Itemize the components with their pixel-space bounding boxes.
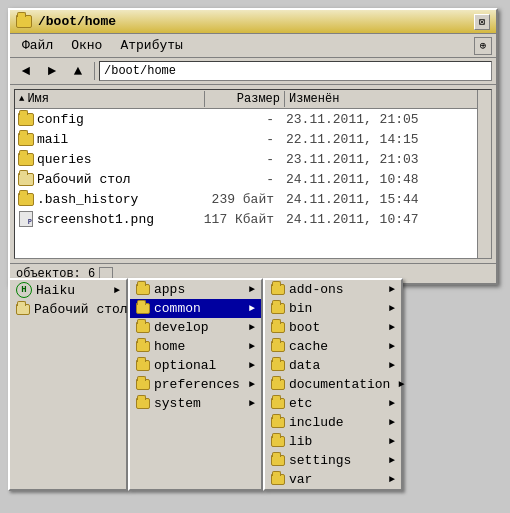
menus-container: H Haiku ► Рабочий стол ► apps ► common ►… xyxy=(8,278,403,491)
menu-item[interactable]: settings ► xyxy=(265,451,401,470)
submenu-arrow: ► xyxy=(249,398,255,409)
folder-icon xyxy=(136,303,150,314)
menu-item-left: optional xyxy=(136,358,216,373)
menu-item[interactable]: lib ► xyxy=(265,432,401,451)
folder-icon xyxy=(136,322,150,333)
menu2-items: apps ► common ► develop ► home ► optiona… xyxy=(130,280,261,413)
window-title: /boot/home xyxy=(38,14,474,29)
menu-item[interactable]: develop ► xyxy=(130,318,261,337)
table-row[interactable]: queries - 23.11.2011, 21:03 xyxy=(15,149,491,169)
menu-item[interactable]: add-ons ► xyxy=(265,280,401,299)
menu-label: common xyxy=(154,301,201,316)
menu-label: documentation xyxy=(289,377,390,392)
menu-file[interactable]: Файл xyxy=(14,36,61,55)
menu-item[interactable]: etc ► xyxy=(265,394,401,413)
submenu-arrow: ► xyxy=(389,398,395,409)
forward-button[interactable]: ► xyxy=(40,60,64,82)
submenu-arrow: ► xyxy=(389,417,395,428)
file-name: screenshot1.png xyxy=(37,212,202,227)
menu-label: home xyxy=(154,339,185,354)
menu-label: add-ons xyxy=(289,282,344,297)
file-date: 23.11.2011, 21:05 xyxy=(282,112,491,127)
menu-item-left: boot xyxy=(271,320,320,335)
menu-item[interactable]: include ► xyxy=(265,413,401,432)
scrollbar[interactable] xyxy=(477,90,491,258)
file-size: - xyxy=(202,112,282,127)
menu-item-left: preferences xyxy=(136,377,240,392)
submenu-arrow: ► xyxy=(389,455,395,466)
folder-icon xyxy=(271,379,285,390)
menu-item[interactable]: optional ► xyxy=(130,356,261,375)
menu-label: var xyxy=(289,472,312,487)
file-size: - xyxy=(202,132,282,147)
menu-window[interactable]: Окно xyxy=(63,36,110,55)
table-row[interactable]: .bash_history 239 байт 24.11.2011, 15:44 xyxy=(15,189,491,209)
menu-item[interactable]: boot ► xyxy=(265,318,401,337)
column-date[interactable]: Изменён xyxy=(285,91,491,107)
menu-item[interactable]: common ► xyxy=(130,299,261,318)
folder-icon xyxy=(136,379,150,390)
menu-item[interactable]: apps ► xyxy=(130,280,261,299)
file-size: 239 байт xyxy=(202,192,282,207)
menubar: Файл Окно Атрибуты ⊕ xyxy=(10,34,496,58)
menu-item[interactable]: H Haiku ► xyxy=(10,280,126,300)
folder-icon xyxy=(271,341,285,352)
menu-item-left: include xyxy=(271,415,344,430)
column-size[interactable]: Размер xyxy=(205,91,285,107)
file-name: config xyxy=(37,112,202,127)
menu-item[interactable]: data ► xyxy=(265,356,401,375)
menu-item-left: settings xyxy=(271,453,351,468)
menu-item-left: apps xyxy=(136,282,185,297)
menu-label: Haiku xyxy=(36,283,75,298)
menu-item[interactable]: cache ► xyxy=(265,337,401,356)
table-row[interactable]: mail - 22.11.2011, 14:15 xyxy=(15,129,491,149)
menu-item[interactable]: home ► xyxy=(130,337,261,356)
menu-level1: H Haiku ► Рабочий стол ► xyxy=(8,278,128,491)
table-row[interactable]: screenshot1.png 117 Кбайт 24.11.2011, 10… xyxy=(15,209,491,229)
file-name: Рабочий стол xyxy=(37,172,202,187)
window-icon xyxy=(16,15,32,28)
file-name: mail xyxy=(37,132,202,147)
folder-icon xyxy=(136,284,150,295)
back-button[interactable]: ◄ xyxy=(14,60,38,82)
menu-label: lib xyxy=(289,434,312,449)
menu-item[interactable]: bin ► xyxy=(265,299,401,318)
up-button[interactable]: ▲ xyxy=(66,60,90,82)
folder-icon xyxy=(271,322,285,333)
table-row[interactable]: Рабочий стол - 24.11.2011, 10:48 xyxy=(15,169,491,189)
folder-icon xyxy=(271,455,285,466)
file-date: 22.11.2011, 14:15 xyxy=(282,132,491,147)
folder-icon xyxy=(271,398,285,409)
menu-attributes[interactable]: Атрибуты xyxy=(112,36,190,55)
menu3-items: add-ons ► bin ► boot ► cache ► data ► do… xyxy=(265,280,401,489)
menu-item-left: home xyxy=(136,339,185,354)
folder-icon xyxy=(18,131,34,147)
menu-item[interactable]: Рабочий стол ► xyxy=(10,300,126,319)
menu-item-left: cache xyxy=(271,339,328,354)
menu-item[interactable]: documentation ► xyxy=(265,375,401,394)
folder-icon xyxy=(271,417,285,428)
file-date: 23.11.2011, 21:03 xyxy=(282,152,491,167)
submenu-arrow: ► xyxy=(398,379,404,390)
file-size: - xyxy=(202,172,282,187)
folder-icon xyxy=(136,398,150,409)
column-name[interactable]: ▲ Имя xyxy=(15,91,205,107)
nav-icon[interactable]: ⊕ xyxy=(474,37,492,55)
menu-item[interactable]: preferences ► xyxy=(130,375,261,394)
folder-icon xyxy=(18,111,34,127)
submenu-arrow: ► xyxy=(114,285,120,296)
sort-arrow: ▲ xyxy=(19,94,24,104)
table-row[interactable]: config - 23.11.2011, 21:05 xyxy=(15,109,491,129)
menu-item[interactable]: var ► xyxy=(265,470,401,489)
file-name: .bash_history xyxy=(37,192,202,207)
submenu-arrow: ► xyxy=(389,322,395,333)
address-bar[interactable]: /boot/home xyxy=(99,61,492,81)
menu-level2: apps ► common ► develop ► home ► optiona… xyxy=(128,278,263,491)
menu-item[interactable]: system ► xyxy=(130,394,261,413)
menu-label: develop xyxy=(154,320,209,335)
menu-label: include xyxy=(289,415,344,430)
menu-label: optional xyxy=(154,358,216,373)
close-button[interactable]: ⊠ xyxy=(474,14,490,30)
menu-label: system xyxy=(154,396,201,411)
submenu-arrow: ► xyxy=(249,360,255,371)
